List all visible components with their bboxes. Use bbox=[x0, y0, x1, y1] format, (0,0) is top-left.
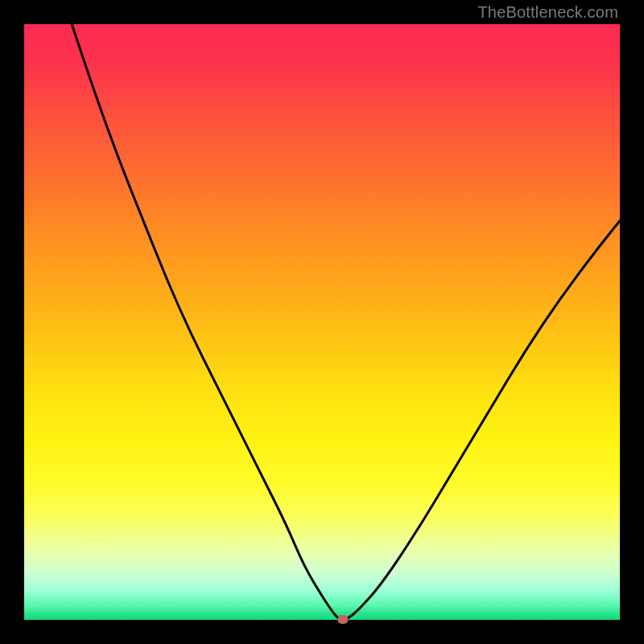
chart-frame: TheBottleneck.com bbox=[0, 0, 644, 644]
plot-area bbox=[24, 24, 620, 620]
optimum-marker bbox=[337, 615, 348, 624]
bottleneck-curve bbox=[72, 24, 620, 620]
attribution-label: TheBottleneck.com bbox=[477, 3, 618, 22]
plot-svg bbox=[24, 24, 620, 620]
